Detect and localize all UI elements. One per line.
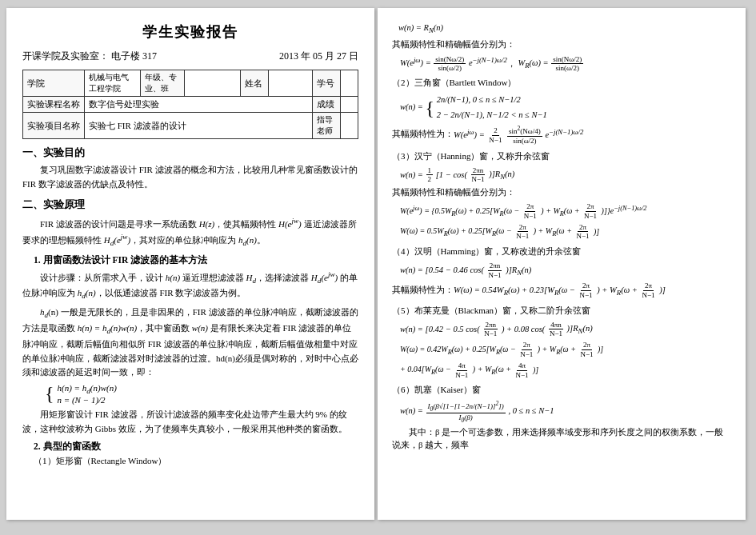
- cell-xuehao-value: [341, 70, 358, 97]
- right-content: w(n) = RN(n) 其幅频特性和精确幅值分别为： W(ejω) = sin…: [392, 22, 731, 453]
- rect-freq-intro: 其幅频特性和精确幅值分别为：: [392, 38, 731, 52]
- hanning-freq-intro: 其幅频特性和精确幅值分别为：: [392, 186, 731, 200]
- cell-ninji-value: [185, 70, 241, 97]
- cell-exp-value: 实验七 FIR 滤波器的设计: [85, 113, 313, 139]
- cell-score-value: [341, 97, 358, 113]
- cell-xueyuan-label: 学院: [23, 70, 85, 97]
- hamming-label: （4）汉明（Hamming）窗，又称改进的升余弦窗: [392, 245, 731, 259]
- blackman-label: （5）布莱克曼（Blackman）窗，又称二阶升余弦窗: [392, 304, 731, 318]
- brace-system: { h(n) = hd(n)w(n) n = (N − 1)/2: [45, 383, 358, 405]
- cell-xuehai-label: 学号: [313, 70, 341, 97]
- cell-exp-label: 实验项目名称: [23, 113, 85, 139]
- cell-course-label: 实验课程名称: [23, 97, 85, 113]
- hanning-freq1: W(ejω) = {0.5WR(ω) + 0.25[WR(ω − 2πN−1 )…: [400, 202, 731, 221]
- right-page: w(n) = RN(n) 其幅频特性和精确幅值分别为： W(ejω) = sin…: [378, 8, 746, 520]
- window-rect-label: （1）矩形窗（Rectangle Window）: [34, 455, 358, 467]
- brace-content: h(n) = hd(n)w(n) n = (N − 1)/2: [58, 383, 117, 405]
- header-row: 开课学院及实验室： 电子楼 317 2013 年 05 月 27 日: [22, 50, 358, 63]
- hamming-formula: w(n) = [0.54 − 0.46 cos( 2πnN−1 )]RN(n): [400, 262, 731, 280]
- college-label: 开课学院及实验室： 电子楼 317: [22, 50, 157, 63]
- sub2-title: 2. 典型的窗函数: [34, 441, 358, 453]
- hanning-formula: w(n) = 12 [1 − cos( 2πnN−1 )]RN(n): [400, 166, 731, 185]
- hamming-freq: 其幅频特性为：W(ω) = 0.54WR(ω) + 0.23[WR(ω − 2π…: [392, 281, 731, 300]
- blackman-freq1: W(ω) = 0.42WR(ω) + 0.25[WR(ω − 2πN−1 ) +…: [400, 341, 731, 359]
- cell-teacher-label: 指导老师: [313, 113, 341, 139]
- blackman-formula: w(n) = [0.42 − 0.5 cos( 2πnN−1 ) + 0.08 …: [400, 321, 731, 339]
- sub1-detail: hd(n) 一般是无限长的，且是非因果的，FIR 滤波器的单位脉冲响应，截断滤波…: [22, 305, 358, 380]
- brace-line2: n = (N − 1)/2: [58, 395, 117, 405]
- blackman-freq2: + 0.04[WR(ω − 4πN−1 ) + WR(ω + 4πN−1 )]: [400, 361, 731, 380]
- section2-title: 二、实验原理: [22, 198, 358, 212]
- section1-body: 复习巩固数字滤波器设计 FIR 滤波器的概念和方法，比较用几种常见窗函数设计的 …: [22, 163, 358, 191]
- cell-xueyuan-value: 机械与电气工程学院: [85, 70, 141, 97]
- kaiser-label: （6）凯塞（Kaiser）窗: [392, 383, 731, 397]
- wn-formula: w(n) = RN(n): [398, 22, 731, 36]
- bartlett-formula: w(n) = { 2n/(N−1), 0 ≤ n ≤ N−1/2 2 − 2n/…: [400, 93, 731, 123]
- sub1-title: 1. 用窗函数法设计 FIR 滤波器的基本方法: [34, 254, 358, 266]
- cell-name-value: [269, 70, 313, 97]
- sub1-gibbs: 用矩形窗设计 FIR 滤波器，所设计滤波器的频率变化处边带产生最大约 9% 的纹…: [22, 408, 358, 436]
- cell-score-label: 成绩: [313, 97, 341, 113]
- cell-course-value: 数字信号处理实验: [85, 97, 313, 113]
- cell-ninji-label: 年级、专业、班: [141, 70, 185, 97]
- date-label: 2013 年 05 月 27 日: [279, 50, 358, 63]
- cell-name-label: 姓名: [241, 70, 269, 97]
- section1-title: 一、实验目的: [22, 146, 358, 160]
- sub1-body: 设计步骤：从所需求入手，设计 h(n) 逼近理想滤波器 Hd，选择滤波器 Hd(…: [22, 269, 358, 302]
- bartlett-label: （2）三角窗（Bartlett Window）: [392, 76, 731, 90]
- hanning-label: （3）汉宁（Hanning）窗，又称升余弦窗: [392, 150, 731, 164]
- rect-freq-formula: W(ejω) = sin(Nω/2)sin(ω/2) e−j(N−1)ω/2， …: [400, 54, 731, 73]
- cell-teacher-value: [341, 113, 358, 139]
- brace-line1: h(n) = hd(n)w(n): [58, 383, 117, 395]
- page-container: 学生实验报告 开课学院及实验室： 电子楼 317 2013 年 05 月 27 …: [0, 0, 756, 528]
- bartlett-freq-intro: 其幅频特性为：W(ejω) = 2N−1 sin2(Nω/4)sin(ω/2) …: [392, 125, 731, 146]
- brace-icon: {: [45, 384, 54, 403]
- left-page: 学生实验报告 开课学院及实验室： 电子楼 317 2013 年 05 月 27 …: [6, 8, 374, 520]
- report-title: 学生实验报告: [22, 22, 358, 42]
- hanning-freq2: W(ω) = 0.5WR(ω) + 0.25[WR(ω − 2πN−1 ) + …: [400, 223, 731, 242]
- kaiser-note: 其中：β 是一个可选参数，用来选择频率域变形和序列长度之间的权衡系数，一般说来，…: [392, 426, 731, 453]
- info-table: 学院 机械与电气工程学院 年级、专业、班 姓名 学号 实验课程名称 数字信号处理…: [22, 70, 358, 139]
- kaiser-formula: w(n) = I0(β√[1−[1−2n/(N−1)]2]) I0(β) , 0…: [400, 400, 731, 424]
- section2-body: FIR 滤波器的设计问题是寻求一系统函数 H(z)，使其幅频特性 H(ejw) …: [22, 215, 358, 250]
